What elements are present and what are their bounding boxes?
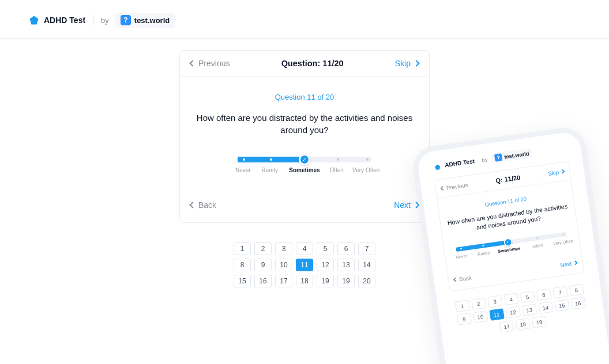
- pager-item[interactable]: 5: [317, 242, 334, 255]
- app-logo[interactable]: ADHD Test: [29, 15, 94, 25]
- card-body: Question 11 of 20 How often are you dist…: [180, 77, 429, 189]
- skip-label: Skip: [395, 59, 411, 68]
- pager-item[interactable]: 2: [471, 298, 486, 310]
- chevron-right-icon: [573, 261, 578, 266]
- slider-tick: [562, 233, 563, 235]
- pager-item[interactable]: 6: [536, 289, 551, 301]
- chevron-left-icon: [441, 186, 445, 191]
- phone-by-label: by: [482, 156, 488, 162]
- pager-item[interactable]: 10: [473, 310, 488, 323]
- pager-item[interactable]: 8: [569, 284, 584, 297]
- phone-back-label: Back: [459, 274, 472, 282]
- pager-item[interactable]: 4: [503, 293, 518, 306]
- phone-next-button[interactable]: Next: [560, 260, 577, 268]
- header: ADHD Test by ? test.world: [0, 0, 609, 39]
- question-subtitle: Question 11 of 20: [193, 93, 416, 101]
- pager-item[interactable]: 5: [520, 291, 535, 304]
- pager-item[interactable]: 11: [296, 259, 313, 271]
- slider-tick: [270, 158, 272, 161]
- slider-label: Never: [456, 253, 468, 260]
- svg-marker-0: [30, 16, 39, 25]
- pager-item[interactable]: 3: [275, 242, 292, 255]
- pager-item[interactable]: 7: [358, 242, 375, 255]
- pentagon-icon: [29, 15, 39, 25]
- pager-item[interactable]: 12: [317, 259, 334, 271]
- pager-item[interactable]: 9: [457, 313, 472, 325]
- pager-item[interactable]: 18: [296, 275, 313, 287]
- pager-item[interactable]: 2: [254, 242, 272, 255]
- previous-button[interactable]: Previous: [190, 59, 230, 68]
- skip-button[interactable]: Skip: [395, 59, 419, 68]
- chevron-left-icon: [453, 278, 458, 282]
- pager-item[interactable]: 7: [552, 286, 567, 299]
- slider-label: Very Often: [352, 167, 379, 173]
- pager-item[interactable]: 17: [275, 275, 292, 287]
- phone-previous-button[interactable]: Previous: [441, 181, 468, 191]
- slider-fill: [238, 157, 307, 162]
- slider-label: Very Often: [553, 238, 574, 246]
- pager-item[interactable]: 19: [337, 275, 355, 287]
- pager-item[interactable]: 16: [570, 297, 585, 310]
- pentagon-icon: [434, 162, 441, 169]
- back-button[interactable]: Back: [190, 200, 216, 210]
- chevron-right-icon: [560, 169, 565, 174]
- slider-label: Often: [532, 243, 543, 249]
- pager-item[interactable]: 1: [454, 300, 469, 313]
- phone-skip-button[interactable]: Skip: [548, 168, 565, 177]
- phone-skip-label: Skip: [548, 169, 559, 177]
- phone-back-button[interactable]: Back: [453, 274, 472, 283]
- pager-item[interactable]: 17: [499, 320, 514, 333]
- answer-slider[interactable]: ✓: [238, 157, 371, 162]
- pager-item[interactable]: 14: [358, 259, 375, 271]
- pager-item[interactable]: 12: [505, 306, 520, 318]
- check-icon: ✓: [302, 157, 307, 162]
- pager-item[interactable]: 13: [337, 259, 355, 271]
- slider-label: Rarely: [261, 167, 278, 173]
- pager-item[interactable]: 14: [538, 301, 553, 314]
- phone-question-pager: 12345678910111213141516171819: [451, 283, 591, 339]
- pager-item[interactable]: 13: [522, 304, 537, 316]
- question-icon: ?: [121, 15, 131, 25]
- phone-preview: ADHD Test by ? test.world Previous Q: 11…: [411, 126, 609, 364]
- chip-label: test.world: [134, 16, 170, 25]
- back-label: Back: [198, 200, 216, 210]
- pager-item[interactable]: 1: [234, 242, 251, 255]
- card-top-bar: Previous Question: 11/20 Skip: [180, 51, 429, 77]
- pager-item[interactable]: 10: [275, 259, 292, 271]
- phone-slider-handle[interactable]: ✓: [503, 237, 513, 247]
- pager-item[interactable]: 19: [532, 316, 547, 328]
- previous-label: Previous: [198, 59, 230, 68]
- phone-testworld-chip[interactable]: ? test.world: [491, 148, 533, 163]
- pager-item[interactable]: 9: [254, 259, 272, 271]
- slider-label: Rarely: [478, 251, 490, 257]
- pager-item[interactable]: 19: [317, 275, 334, 287]
- phone-app-name: ADHD Test: [444, 158, 475, 168]
- phone-card: Previous Q: 11/20 Skip Question 11 of 20…: [434, 161, 585, 292]
- pager-item[interactable]: 20: [358, 275, 375, 287]
- pager-item[interactable]: 11: [489, 308, 504, 321]
- testworld-chip[interactable]: ? test.world: [115, 13, 175, 28]
- slider-tick: [337, 158, 339, 161]
- question-pager: 123456789101112131415161718191920: [224, 242, 385, 287]
- pager-item[interactable]: 15: [554, 299, 569, 312]
- by-label: by: [101, 16, 109, 25]
- app-name: ADHD Test: [44, 16, 85, 25]
- pager-item[interactable]: 6: [337, 242, 355, 255]
- slider-label: Sometimes: [289, 167, 319, 173]
- pager-item[interactable]: 8: [234, 259, 251, 271]
- slider-label: Sometimes: [498, 246, 521, 254]
- pager-item[interactable]: 3: [487, 295, 502, 308]
- phone-previous-label: Previous: [446, 181, 468, 191]
- chevron-right-icon: [413, 60, 419, 66]
- phone-question-counter: Q: 11/20: [495, 174, 521, 185]
- pager-item[interactable]: 16: [254, 275, 272, 287]
- svg-marker-1: [435, 164, 441, 170]
- by-group: by ? test.world: [94, 13, 175, 28]
- phone-next-label: Next: [560, 260, 572, 268]
- phone-chip-label: test.world: [504, 150, 529, 160]
- pager-item[interactable]: 15: [234, 275, 251, 287]
- pager-item[interactable]: 4: [296, 242, 313, 255]
- pager-item[interactable]: 18: [516, 318, 531, 331]
- next-button[interactable]: Next: [394, 200, 419, 210]
- slider-handle[interactable]: ✓: [299, 154, 310, 165]
